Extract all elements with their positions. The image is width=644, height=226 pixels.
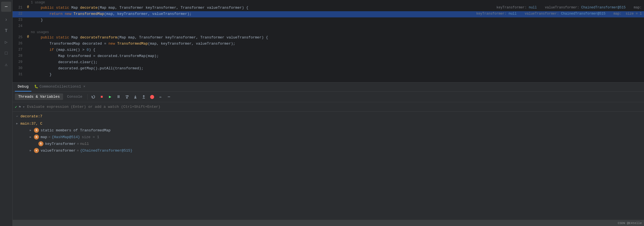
code-line-26: 26 TransformedMap decorated = new Transf… bbox=[13, 41, 644, 47]
line-num-29: 29 bbox=[13, 60, 25, 64]
line-num-28: 28 bbox=[13, 53, 25, 58]
line-content-26: TransformedMap decorated = new Transform… bbox=[31, 41, 644, 46]
line-gutter-21[interactable]: @ bbox=[25, 5, 31, 8]
code-line-28: 28 Map transformed = decorated.transform… bbox=[13, 53, 644, 60]
map-equals: = bbox=[48, 135, 50, 139]
debug-tabs: Debug 🐛 CommonsCollections1 × bbox=[13, 83, 644, 92]
checkmark-icon[interactable]: ✓ bbox=[15, 105, 17, 109]
line-num-24: 24 bbox=[13, 24, 25, 28]
expand-value[interactable]: ▶ bbox=[28, 148, 33, 153]
debug-toolbar: Threads & Variables Console ■ ▶ ⏸ bbox=[13, 92, 644, 102]
step-into-btn[interactable] bbox=[131, 93, 139, 101]
line-content-25: public static Map decorateTransform(Map … bbox=[31, 35, 644, 40]
step-out-btn[interactable] bbox=[140, 93, 148, 101]
line-num-31: 31 bbox=[13, 72, 25, 76]
code-line-23: 23 } bbox=[13, 17, 644, 24]
warning-icon[interactable]: ⚠ bbox=[1, 60, 11, 70]
line-content-22: return new TransformedMap(map, keyTransf… bbox=[31, 11, 474, 17]
step-over-btn[interactable] bbox=[123, 93, 131, 101]
map-icon: m bbox=[34, 134, 39, 140]
var-row-map[interactable]: ▶ m map = {HashMap@514} size = 1 bbox=[13, 134, 644, 140]
line-num-27: 27 bbox=[13, 47, 25, 52]
tab-commons[interactable]: 🐛 CommonsCollections1 × bbox=[31, 83, 89, 92]
expand-map[interactable]: ▶ bbox=[28, 135, 33, 139]
expression-bar: ✓ ⚑ ▾ bbox=[13, 102, 644, 112]
line-content-29: decorated.clear(); bbox=[31, 60, 644, 65]
tab-commons-label: CommonsCollections1 bbox=[40, 85, 81, 89]
line-num-26: 26 bbox=[13, 41, 25, 45]
line-num-25: 25 bbox=[13, 35, 25, 39]
expr-icons: ✓ ⚑ ▾ bbox=[15, 105, 25, 109]
text-icon[interactable]: T bbox=[1, 26, 11, 36]
static-members-row[interactable]: ▶ S static members of TransformedMap bbox=[13, 127, 644, 134]
usage-hint-1: 1 usage bbox=[13, 0, 644, 5]
console-tab[interactable]: Console bbox=[64, 93, 86, 100]
tab-close-btn[interactable]: × bbox=[82, 85, 86, 89]
code-line-22: 22 return new TransformedMap(map, keyTra… bbox=[13, 11, 644, 17]
code-line-27: 27 if (map.size() > 0) { bbox=[13, 47, 644, 53]
debug-tab-label: Debug bbox=[18, 85, 29, 89]
line-content-21: public static Map decorate(Map map, Tran… bbox=[31, 5, 494, 10]
usage-hint-no: no usages bbox=[13, 30, 644, 35]
file-icon[interactable]: □ bbox=[1, 48, 11, 58]
expand-icon-decorate[interactable]: ↩ bbox=[15, 114, 19, 118]
expression-input[interactable] bbox=[27, 105, 642, 109]
line-content-31: } bbox=[31, 72, 644, 77]
tab-debug[interactable]: Debug bbox=[15, 83, 31, 92]
left-sidebar: — › T ▷ □ ⚠ bbox=[0, 0, 13, 226]
dropdown-icon[interactable]: ▾ bbox=[23, 105, 25, 109]
var-row-value[interactable]: ▶ v valueTransformer = {ChainedTransform… bbox=[13, 147, 644, 154]
minus-icon[interactable]: — bbox=[1, 2, 11, 12]
static-icon: S bbox=[34, 128, 39, 133]
more-options-btn[interactable]: ⋯ bbox=[165, 93, 173, 101]
toolbar-sep-1 bbox=[87, 94, 88, 100]
line-num-23: 23 bbox=[13, 17, 25, 22]
key-equals: = bbox=[77, 142, 79, 146]
frame-name-decorate: decorate:7 bbox=[20, 114, 42, 118]
tab-icon-bug: 🐛 bbox=[34, 85, 38, 89]
var-row-key[interactable]: k keyTransformer = null bbox=[13, 140, 644, 147]
code-lines: 1 usage 21 @ public static Map decorate(… bbox=[13, 0, 644, 82]
line-content-27: if (map.size() > 0) { bbox=[31, 47, 644, 52]
main-content: 1 usage 21 @ public static Map decorate(… bbox=[13, 0, 644, 226]
code-line-21: 21 @ public static Map decorate(Map map,… bbox=[13, 5, 644, 11]
line-content-24 bbox=[31, 24, 644, 25]
line-num-22: 22 bbox=[13, 11, 25, 16]
frame-main[interactable]: ▶ main:37, C bbox=[13, 120, 644, 127]
code-line-25: 25 @ public static Map decorateTransform… bbox=[13, 35, 644, 41]
key-name: keyTransformer bbox=[45, 142, 76, 146]
play-icon[interactable]: ▷ bbox=[1, 37, 11, 47]
key-icon: k bbox=[38, 141, 43, 146]
variables-panel: ↩ decorate:7 ▶ main:37, C ▶ S static mem… bbox=[13, 112, 644, 220]
pause-btn[interactable]: ⏸ bbox=[115, 93, 122, 101]
mute-breakpoints-btn[interactable]: ⬤ bbox=[148, 93, 156, 101]
line-num-21: 21 bbox=[13, 5, 25, 10]
edit-breakpoints-btn[interactable]: ✏ bbox=[157, 93, 165, 101]
map-size: size = 1 bbox=[82, 135, 99, 139]
static-label: static members of TransformedMap bbox=[41, 128, 111, 133]
reload-btn[interactable] bbox=[89, 93, 97, 101]
filter-icon[interactable]: ⚑ bbox=[19, 105, 21, 109]
expand-icon-main[interactable]: ▶ bbox=[15, 121, 19, 126]
threads-variables-tab[interactable]: Threads & Variables bbox=[15, 93, 63, 100]
value-icon: v bbox=[34, 148, 39, 153]
code-editor: 1 usage 21 @ public static Map decorate(… bbox=[13, 0, 644, 82]
key-value: null bbox=[80, 142, 89, 146]
expand-static[interactable]: ▶ bbox=[28, 128, 33, 133]
debug-panel: Debug 🐛 CommonsCollections1 × Threads & … bbox=[13, 82, 644, 220]
resume-btn[interactable]: ▶ bbox=[106, 93, 114, 101]
line-gutter-25[interactable]: @ bbox=[25, 35, 31, 38]
map-value: {HashMap@514} bbox=[52, 135, 80, 139]
line-debug-22: keyTransformer: null valueTransformer: C… bbox=[474, 11, 644, 16]
frame-name-main: main:37, C bbox=[20, 122, 42, 126]
status-bar: CSDN @E4telle bbox=[13, 220, 644, 226]
chevron-icon[interactable]: › bbox=[1, 15, 11, 25]
line-debug-21: keyTransformer: null valueTransformer: C… bbox=[494, 5, 644, 10]
line-content-30: decorated.getMap().putAll(transformed); bbox=[31, 66, 644, 71]
stop-btn[interactable]: ■ bbox=[98, 93, 106, 101]
code-line-29: 29 decorated.clear(); bbox=[13, 60, 644, 66]
code-line-31: 31 } bbox=[13, 72, 644, 78]
code-line-30: 30 decorated.getMap().putAll(transformed… bbox=[13, 66, 644, 72]
frame-decorate[interactable]: ↩ decorate:7 bbox=[13, 113, 644, 120]
value-name: valueTransformer bbox=[41, 149, 76, 153]
